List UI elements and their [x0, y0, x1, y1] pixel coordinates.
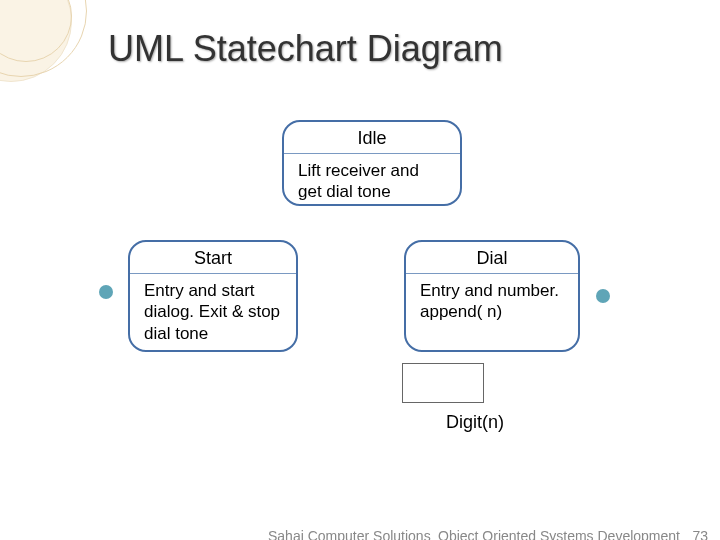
state-start: Start Entry and start dialog. Exit & sto… [128, 240, 298, 352]
state-dial-body: Entry and number. append( n) [406, 274, 578, 333]
state-dial: Dial Entry and number. append( n) [404, 240, 580, 352]
state-dial-name: Dial [406, 242, 578, 274]
initial-state-icon [99, 285, 113, 299]
footer-left: Sahaj Computer Solutions [268, 528, 431, 540]
page-title: UML Statechart Diagram [108, 28, 503, 70]
transition-label: Digit(n) [446, 412, 504, 433]
transition-box [402, 363, 484, 403]
footer-right: Object Oriented Systems Development [438, 528, 680, 540]
state-start-body: Entry and start dialog. Exit & stop dial… [130, 274, 296, 354]
state-idle-name: Idle [284, 122, 460, 154]
state-idle: Idle Lift receiver and get dial tone [282, 120, 462, 206]
state-idle-body: Lift receiver and get dial tone [284, 154, 460, 213]
footer-page: 73 [692, 528, 708, 540]
state-start-name: Start [130, 242, 296, 274]
state-marker-icon [596, 289, 610, 303]
